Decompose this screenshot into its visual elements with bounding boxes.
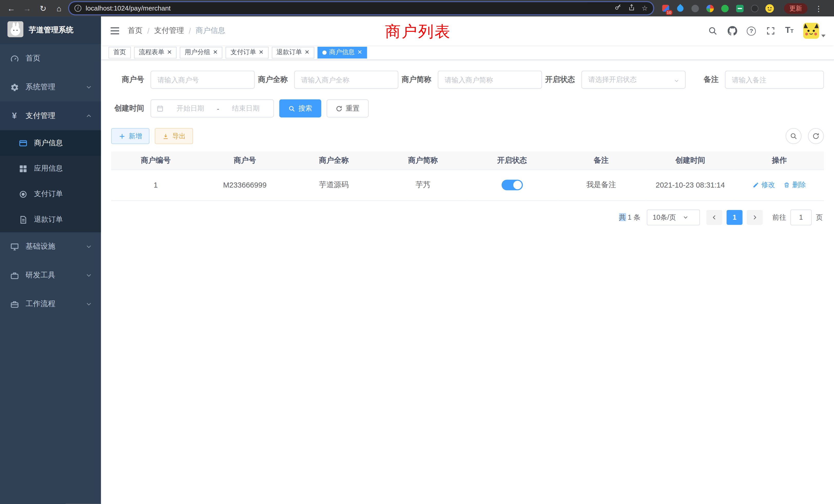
create-time-range-picker[interactable]: 开始日期 - 结束日期 [151,99,274,117]
delete-button[interactable]: 删除 [784,180,806,190]
close-icon[interactable]: ✕ [259,49,264,55]
status-select[interactable]: 请选择开启状态 [581,71,686,89]
sidebar-item-app-info[interactable]: 应用信息 [0,156,101,181]
dark-extension-icon[interactable] [750,3,760,13]
filter-row-1: 商户号 商户全称 商户简称 开启状态 请选择开启状态 [111,71,824,89]
close-icon[interactable]: ✕ [167,49,172,55]
remark-input[interactable] [725,71,824,89]
sidebar-item-infrastructure[interactable]: 基础设施 [0,232,101,261]
trash-icon [784,182,790,188]
breadcrumb-home[interactable]: 首页 [128,26,142,36]
merchant-no-input[interactable] [151,71,255,89]
help-icon[interactable]: ? [747,26,756,36]
browser-forward-button[interactable]: → [21,0,33,17]
close-icon[interactable]: ✕ [305,49,309,55]
merchant-table: 商户编号 商户号 商户全称 商户简称 开启状态 备注 创建时间 操作 1 [111,152,824,201]
col-create-time: 创建时间 [646,152,735,169]
col-short-name: 商户简称 [378,152,467,169]
chevron-down-icon [85,272,92,279]
browser-reload-button[interactable]: ↻ [37,0,49,17]
search-button[interactable]: 搜索 [279,99,322,117]
grid-icon [18,164,27,173]
page-size-select[interactable]: 10条/页 [647,209,700,225]
status-toggle[interactable] [502,180,523,190]
browser-menu-icon[interactable]: ⋮ [815,4,822,13]
goto-page-input[interactable] [790,209,812,225]
sidebar-item-workflow[interactable]: 工作流程 [0,290,101,318]
col-status: 开启状态 [467,152,557,169]
tab-user-group[interactable]: 用户分组✕ [180,46,223,58]
next-page-button[interactable] [747,210,763,225]
bullseye-icon [18,189,27,199]
tab-process-form[interactable]: 流程表单✕ [134,46,177,58]
export-button[interactable]: 导出 [155,128,193,144]
sidebar-item-dev-tools[interactable]: 研发工具 [0,261,101,290]
sidebar-item-merchant-info[interactable]: 商户信息 [0,130,101,156]
browser-home-button[interactable]: ⌂ [53,0,65,17]
breadcrumb-separator: / [147,27,150,35]
breadcrumb-section[interactable]: 支付管理 [154,26,184,36]
cell-full-name: 芋道源码 [289,169,378,201]
toolbar: 新增 导出 [111,128,824,144]
page-unit-label: 页 [816,212,823,222]
site-info-icon[interactable]: i [74,5,81,12]
edit-pencil-icon [753,182,759,188]
bookmark-star-icon[interactable]: ☆ [642,4,648,12]
github-icon[interactable] [727,26,737,36]
sidebar-item-system-management[interactable]: 系统管理 [0,73,101,101]
edit-button[interactable]: 修改 [753,180,775,190]
merchant-list-page: 商户号 商户全称 商户简称 开启状态 请选择开启状态 [101,60,834,504]
smiley-extension-icon[interactable] [765,3,774,13]
document-icon [18,215,27,224]
chrome-update-button[interactable]: 更新 [784,3,807,13]
browser-back-button[interactable]: ← [5,0,17,17]
sidebar-item-payment-management[interactable]: ¥ 支付管理 [0,101,101,130]
url-text: localhost:1024/pay/merchant [86,5,610,12]
refresh-table-button[interactable] [808,128,824,144]
share-icon[interactable] [628,3,635,13]
short-name-input[interactable] [438,71,542,89]
gear-icon [9,83,19,92]
font-size-icon[interactable]: TT [785,26,794,36]
tab-refund-order[interactable]: 退款订单✕ [272,46,314,58]
green-circle-extension-icon[interactable] [720,3,730,13]
toggle-search-button[interactable] [786,128,802,144]
logo-rabbit-icon [7,21,23,39]
close-icon[interactable]: ✕ [357,49,362,55]
chevron-down-icon [85,300,92,308]
avatar[interactable] [803,23,819,39]
sidebar-item-home[interactable]: 首页 [0,44,101,73]
pagination-goto: 前往 页 [772,209,823,225]
top-navbar: 首页 / 支付管理 / 商户信息 商户列表 ? TT [101,17,834,45]
sidebar-collapse-icon[interactable] [110,27,120,35]
sidebar-item-refund-order[interactable]: 退款订单 [0,207,101,232]
chevron-down-icon [85,243,92,250]
extensions-puzzle-icon[interactable]: 10 [661,3,670,13]
full-name-input[interactable] [294,71,398,89]
gray-extension-icon[interactable] [690,3,700,13]
app-logo[interactable]: 芋道管理系统 [0,17,101,44]
prev-page-button[interactable] [706,210,722,225]
plus-icon [118,133,126,140]
multicolor-extension-icon[interactable] [705,3,715,13]
drop-extension-icon[interactable] [676,3,685,13]
search-icon[interactable] [707,26,718,36]
user-menu[interactable] [803,23,826,39]
page-number-button[interactable]: 1 [727,210,743,225]
short-name-label: 商户简称 [398,75,431,85]
tab-payment-order[interactable]: 支付订单✕ [226,46,268,58]
end-date-placeholder: 结束日期 [223,104,268,113]
reset-button[interactable]: 重置 [327,99,369,117]
pagination: 共 1 条 10条/页 1 前往 [111,209,824,225]
address-bar[interactable]: i localhost:1024/pay/merchant ☆ [69,2,653,14]
fullscreen-icon[interactable] [765,26,775,36]
sidebar-item-payment-order[interactable]: 支付订单 [0,181,101,207]
filter-row-2: 创建时间 开始日期 - 结束日期 搜索 重置 [111,99,824,117]
green-square-extension-icon[interactable] [735,3,745,13]
browser-chrome: ← → ↻ ⌂ i localhost:1024/pay/merchant ☆ … [0,0,834,17]
password-key-icon[interactable] [614,3,622,13]
add-button[interactable]: 新增 [111,128,150,144]
tab-merchant-info[interactable]: 商户信息✕ [317,46,367,58]
tab-home[interactable]: 首页 [109,46,131,58]
close-icon[interactable]: ✕ [213,49,218,55]
